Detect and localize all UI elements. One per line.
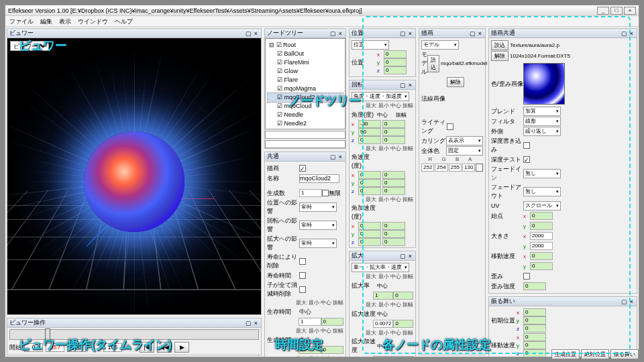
tl-step[interactable]: 105 [103,343,122,352]
menu-edit[interactable]: 編集 [40,17,52,25]
rot-inf-select[interactable]: 常時 [299,221,337,230]
gen-pos-btn[interactable]: 生成位置 [551,349,580,359]
scrollbar[interactable] [265,140,345,148]
tree-node[interactable]: ☑ Needle2 [268,119,343,128]
menu-window[interactable]: ウインドウ [78,17,108,25]
tl-back-button[interactable]: ◀◀ [157,342,172,353]
tl-end[interactable]: 600 [67,343,86,352]
tree-header[interactable]: ノードツリー [267,29,329,38]
tree-node[interactable]: ☑ Flare [268,76,343,84]
abs-pos-btn[interactable]: 絶対位置 [581,349,609,359]
tree-node[interactable]: ☑ mqoMagma [268,84,343,93]
maximize-button[interactable]: □ [610,7,623,15]
menu-bar: ファイル 編集 表示 ウインドウ ヘルプ [5,16,639,27]
pos-inf-select[interactable]: 常時 [299,202,337,212]
rot-mode[interactable]: 角度・速度・加速度 [352,92,409,101]
tree-node[interactable]: ☑ Glow [268,128,343,129]
viewer-mode-select[interactable]: ビュワー [10,41,49,51]
window-titlebar: Effekseer Version 1.00 [E:¥Dropbox (ICS … [5,5,639,16]
minimize-button[interactable]: _ [597,7,609,15]
viewer-header[interactable]: ビュワー▢× [7,29,261,38]
texture-preview [523,63,565,105]
tl-start[interactable]: 0 [24,343,43,352]
timeline-slider[interactable] [9,329,259,340]
tree-node[interactable]: ⊟ ☑ Root [268,41,343,50]
tree-node[interactable]: ☑ BallOut [268,50,343,58]
scrollbar[interactable] [265,131,345,139]
menu-help[interactable]: ヘルプ [115,17,133,25]
draw-mode[interactable]: モデル [421,40,459,50]
tl-first-button[interactable]: |◀ [140,342,154,353]
menu-view[interactable]: 表示 [59,17,71,25]
close-button[interactable]: × [624,7,636,15]
tree-node[interactable]: ☑ mqoCloud2 [268,93,343,102]
tree-node[interactable]: ☑ mqoCloud [268,102,343,111]
tree-node[interactable]: ☑ Needle [268,111,343,119]
tree-node[interactable]: ☑ Glow [268,67,343,76]
behav-btn[interactable]: 振る舞い [610,349,639,359]
tree-node[interactable]: ☑ FlareMini [268,58,343,67]
viewer-3d[interactable]: ビュワー [7,38,261,314]
load-btn[interactable]: 読込 [427,55,439,72]
node-tree[interactable]: ⊟ ☑ Root☑ BallOut☑ FlareMini☑ Glow☑ Flar… [265,38,345,129]
pos-mode[interactable]: 位置 [352,40,389,50]
tl-current: 85 / [46,343,64,352]
scl-mode[interactable]: 単一・拡大率・速度 [352,263,409,272]
menu-file[interactable]: ファイル [9,17,34,25]
draw-check[interactable]: ✓ [299,165,306,172]
color-swatch[interactable] [476,164,483,172]
tl-play-button[interactable]: ▶ [174,342,189,353]
rel-btn[interactable]: 解除 [447,77,464,87]
timeline-panel: ビュワー操作▢× 開始 0 85 / 600 105 |◀ ◀◀ ▶ [7,318,262,355]
name-input[interactable] [299,174,339,183]
scl-inf-select[interactable]: 常時 [299,239,337,248]
window-title: Effekseer Version 1.00 [E:¥Dropbox (ICS … [8,7,597,14]
